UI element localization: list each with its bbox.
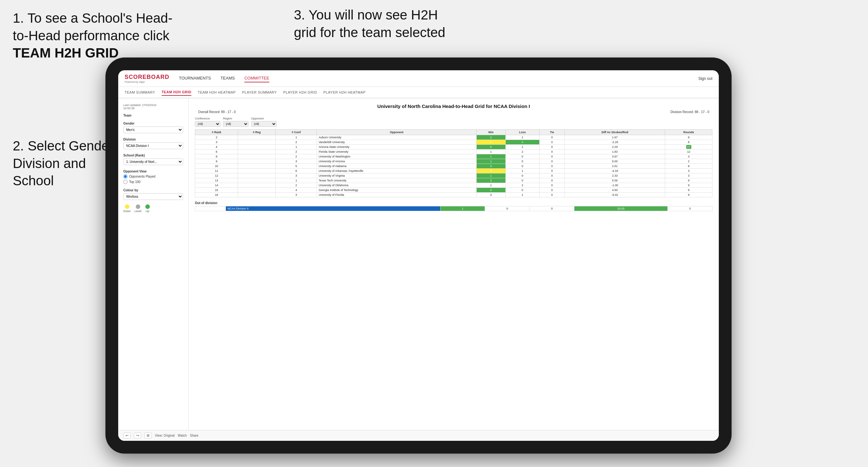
cell-win: 1	[476, 159, 505, 164]
cell-rank: 3	[195, 140, 238, 145]
cell-tie: 0	[539, 159, 564, 164]
sub-nav-player-h2h-heatmap[interactable]: PLAYER H2H HEATMAP	[323, 89, 366, 95]
region-filter-select[interactable]: (All)	[223, 121, 249, 127]
sub-nav-player-h2h-grid[interactable]: PLAYER H2H GRID	[283, 89, 317, 95]
conference-filter-select[interactable]: (All)	[195, 121, 220, 127]
cell-loss: 0	[505, 154, 539, 159]
cell-tie: 0	[539, 193, 564, 197]
cell-loss: 1	[505, 193, 539, 197]
cell-rank: 10	[195, 164, 238, 169]
radio-top100[interactable]: Top 100	[123, 180, 183, 184]
annotation-2-line1: 2. Select Gender,	[13, 138, 117, 153]
radio-top100-input[interactable]	[123, 180, 127, 184]
sub-nav-team-h2h-heatmap[interactable]: TEAM H2H HEATMAP	[198, 89, 236, 95]
ood-diff: 26.00	[574, 206, 668, 211]
sidebar-gender-section: Gender Men's	[123, 122, 183, 133]
cell-opponent: University of Arkansas, Fayetteville	[317, 169, 476, 174]
col-rank: # Rank	[195, 130, 238, 135]
division-select[interactable]: NCAA Division I	[123, 143, 183, 149]
tablet-frame: SCOREBOARD Powered by clippi TOURNAMENTS…	[105, 58, 732, 454]
gender-select[interactable]: Men's	[123, 126, 183, 133]
table-row: 2 1 Auburn University 2 1 0 1.67 9	[195, 135, 712, 140]
legend-level-dot	[136, 205, 140, 209]
table-row: 11 6 University of Arkansas, Fayettevill…	[195, 169, 712, 174]
cell-loss: 2	[505, 183, 539, 188]
cell-win: 1	[476, 154, 505, 159]
table-row: 4 1 Arizona State University 5 1 0 2.29 …	[195, 145, 712, 150]
cell-diff: -2.29	[564, 140, 665, 145]
cell-rounds: 9	[665, 188, 712, 193]
cell-diff: 4.50	[564, 188, 665, 193]
timestamp-label: Last Updated: 27/03/2024	[123, 103, 183, 107]
table-header-row: # Rank # Reg # Conf Opponent Win Loss Ti…	[195, 130, 712, 135]
cell-rank: 15	[195, 188, 238, 193]
sidebar-timestamp: Last Updated: 27/03/2024 16:55:38	[123, 103, 183, 110]
legend-up: Up	[145, 205, 150, 213]
cell-loss: 0	[505, 159, 539, 164]
colour-legend: Down Level Up	[123, 205, 183, 213]
cell-opponent: University of Washington	[317, 154, 476, 159]
cell-rank: 16	[195, 193, 238, 197]
cell-loss: 1	[505, 135, 539, 140]
cell-conf: 2	[276, 183, 317, 188]
tablet-screen: SCOREBOARD Powered by clippi TOURNAMENTS…	[118, 70, 719, 441]
cell-tie: 0	[539, 145, 564, 150]
nav-teams[interactable]: TEAMS	[220, 74, 235, 83]
out-of-division-label: Out of division	[195, 201, 712, 205]
col-tie: Tie	[539, 130, 564, 135]
grid-title: University of North Carolina Head-to-Hea…	[195, 103, 712, 109]
ood-tie: 0	[530, 206, 575, 211]
redo-button[interactable]: ↪	[134, 433, 141, 439]
cell-loss: 1	[505, 169, 539, 174]
cell-opponent: University of Alabama	[317, 164, 476, 169]
sub-nav-player-summary[interactable]: PLAYER SUMMARY	[242, 89, 277, 95]
nav-items: TOURNAMENTS TEAMS COMMITTEE	[179, 74, 699, 83]
nav-tournaments[interactable]: TOURNAMENTS	[179, 74, 211, 83]
table-row: 8 2 University of Washington 1 0 0 3.67 …	[195, 154, 712, 159]
nav-committee[interactable]: COMMITTEE	[244, 74, 269, 83]
annotation-1-line1: 1. To see a School's Head-	[13, 10, 173, 26]
cell-win: 1	[476, 183, 505, 188]
sign-out-link[interactable]: Sign out	[699, 76, 712, 81]
region-filter-label: Region	[223, 117, 249, 120]
cell-win: 2	[476, 135, 505, 140]
cell-rounds: 3	[665, 154, 712, 159]
cell-win: 3	[476, 164, 505, 169]
cell-reg	[238, 135, 276, 140]
colour-by-select[interactable]: Win/loss	[123, 193, 183, 200]
col-reg: # Reg	[238, 130, 276, 135]
table-body: 2 1 Auburn University 2 1 0 1.67 9 3 2 V…	[195, 135, 712, 197]
cell-loss: 2	[505, 150, 539, 154]
cell-conf: 3	[276, 174, 317, 178]
cell-rounds: 9	[665, 193, 712, 197]
sub-nav-team-h2h-grid[interactable]: TEAM H2H GRID	[162, 89, 191, 96]
cell-loss: 4	[505, 140, 539, 145]
cell-conf: 1	[276, 145, 317, 150]
undo-button[interactable]: ↩	[123, 433, 131, 439]
radio-opponents-played-input[interactable]	[123, 175, 127, 179]
table-row: 16 3 University of Florida 3 1 0 -6.42 9	[195, 193, 712, 197]
fit-button[interactable]: ⊞	[145, 433, 152, 439]
cell-rounds: 17	[665, 145, 712, 150]
share-label[interactable]: Share	[190, 434, 198, 437]
radio-opponents-played[interactable]: Opponents Played	[123, 175, 183, 179]
cell-opponent: Florida State University	[317, 150, 476, 154]
annotation-1-bold: TEAM H2H GRID	[13, 45, 119, 60]
view-original[interactable]: View: Original	[155, 434, 175, 437]
school-select[interactable]: 1. University of Nort...	[123, 158, 183, 165]
opponent-view-radios: Opponents Played Top 100	[123, 175, 183, 184]
opponent-filter-select[interactable]: (All)	[251, 121, 277, 127]
cell-rounds: 8	[665, 164, 712, 169]
cell-diff: -1.00	[564, 183, 665, 188]
cell-rank: 11	[195, 169, 238, 174]
cell-diff: 2.61	[564, 164, 665, 169]
cell-opponent: Arizona State University	[317, 145, 476, 150]
cell-reg	[238, 183, 276, 188]
timestamp-time: 16:55:38	[123, 107, 183, 110]
sub-nav-team-summary[interactable]: TEAM SUMMARY	[125, 89, 155, 95]
gender-label: Gender	[123, 122, 183, 125]
radio-top100-label: Top 100	[129, 180, 141, 184]
cell-conf: 1	[276, 178, 317, 183]
watch-label[interactable]: Watch	[178, 434, 187, 437]
filter-region: Region (All)	[223, 117, 249, 127]
